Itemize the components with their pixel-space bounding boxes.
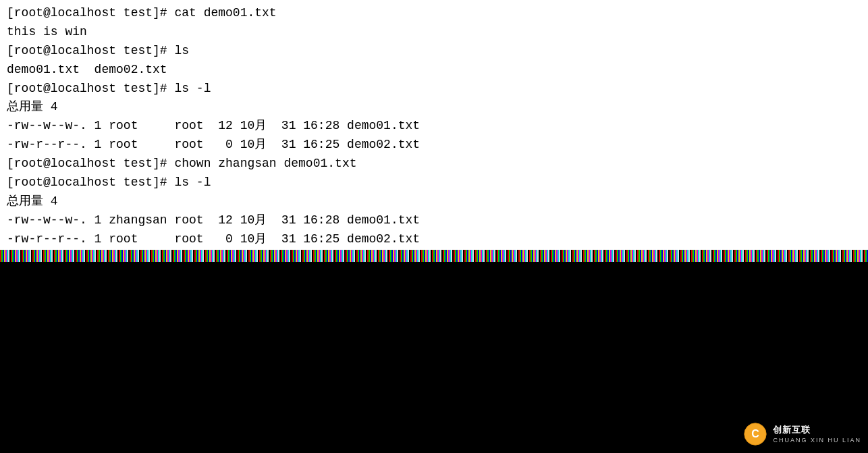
terminal-line: [root@localhost test]# ls [7, 42, 861, 61]
terminal-line: -rw-r--r--. 1 root root 0 10月 31 16:25 d… [7, 136, 861, 155]
black-area: C 创新互联 CHUANG XIN HU LIAN [0, 262, 868, 453]
logo-icon: C [743, 422, 767, 446]
terminal-line: [root@localhost test]# ls -l [7, 174, 861, 192]
terminal-line: [root@localhost test]# ls -l [7, 80, 861, 99]
watermark: C 创新互联 CHUANG XIN HU LIAN [743, 422, 861, 446]
glitch-bar [0, 250, 868, 262]
svg-text:C: C [752, 427, 760, 439]
terminal-window: [root@localhost test]# cat demo01.txtthi… [0, 0, 868, 250]
terminal-line: -rw--w--w-. 1 zhangsan root 12 10月 31 16… [7, 211, 861, 230]
watermark-top: 创新互联 [773, 424, 861, 436]
terminal-line: -rw--w--w-. 1 root root 12 10月 31 16:28 … [7, 117, 861, 136]
terminal-line: demo01.txt demo02.txt [7, 61, 861, 80]
watermark-text-block: 创新互联 CHUANG XIN HU LIAN [773, 424, 861, 445]
terminal-line: [root@localhost test]# cat demo01.txt [7, 4, 861, 23]
terminal-line: -rw-r--r--. 1 root root 0 10月 31 16:25 d… [7, 230, 861, 249]
terminal-line: 总用量 4 [7, 98, 861, 117]
terminal-line: [root@localhost test]# chown zhangsan de… [7, 155, 861, 174]
watermark-bottom: CHUANG XIN HU LIAN [773, 436, 861, 445]
terminal-line: this is win [7, 23, 861, 42]
terminal-line: 总用量 4 [7, 192, 861, 211]
